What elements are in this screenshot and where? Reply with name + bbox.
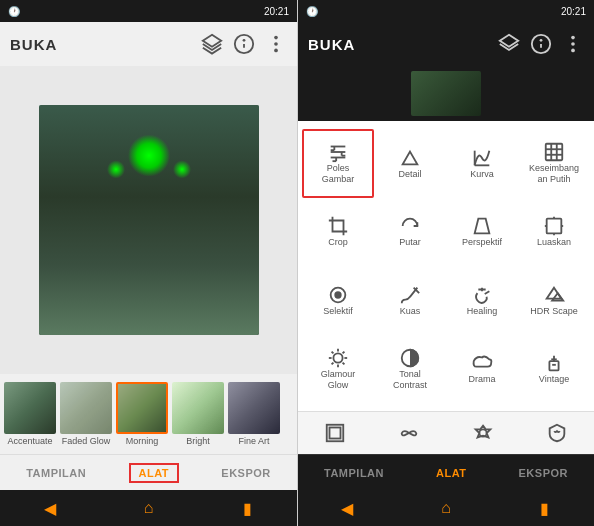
- right-status-bar: 🕐 20:21: [298, 0, 594, 22]
- layers-icon[interactable]: [201, 33, 223, 55]
- svg-line-48: [332, 352, 334, 354]
- left-time: 20:21: [264, 6, 289, 17]
- right-status-right: 20:21: [561, 6, 586, 17]
- tool-crop[interactable]: Crop: [302, 198, 374, 267]
- tool-detail[interactable]: Detail: [374, 129, 446, 198]
- left-status-left: 🕐: [8, 6, 20, 17]
- right-time: 20:21: [561, 6, 586, 17]
- left-nav-bar: ◀ ⌂ ▮: [0, 490, 297, 526]
- thumb-morning[interactable]: Morning: [116, 382, 168, 446]
- more-icon[interactable]: [265, 33, 287, 55]
- svg-point-4: [274, 36, 278, 40]
- tool-label-putar: Putar: [399, 237, 421, 248]
- tool-kurva[interactable]: Kurva: [446, 129, 518, 198]
- thumb-label-faded: Faded Glow: [62, 436, 111, 446]
- thumb-label-fineart: Fine Art: [238, 436, 269, 446]
- left-top-bar: BUKA: [0, 22, 297, 66]
- tab-ekspor-left[interactable]: EKSPOR: [211, 463, 280, 483]
- tool-label-vintage: Vintage: [539, 374, 569, 385]
- right-status-left: 🕐: [306, 6, 318, 17]
- tab-tampilan-right[interactable]: TAMPILAN: [314, 463, 394, 483]
- svg-point-43: [333, 353, 342, 362]
- tool-label-keseimbangan: Keseimbangan Putih: [529, 163, 579, 185]
- left-panel: 🕐 20:21 BUKA: [0, 0, 297, 526]
- tab-alat-right[interactable]: ALAT: [426, 463, 477, 483]
- tool-label-kurva: Kurva: [470, 169, 494, 180]
- left-recent-icon[interactable]: ▮: [236, 496, 260, 520]
- tool-label-glamour: GlamourGlow: [321, 369, 356, 391]
- left-status-bar: 🕐 20:21: [0, 0, 297, 22]
- tool-mustache[interactable]: [372, 416, 446, 450]
- svg-rect-26: [546, 144, 563, 161]
- tool-drama[interactable]: Drama: [446, 335, 518, 404]
- info-icon[interactable]: [233, 33, 255, 55]
- right-top-bar: BUKA: [298, 22, 594, 66]
- thumb-accentuate[interactable]: Accentuate: [4, 382, 56, 446]
- tripod-image: [39, 105, 259, 335]
- tool-hdr-scape[interactable]: HDR Scape: [518, 266, 590, 335]
- tab-alat-left[interactable]: ALAT: [129, 463, 180, 483]
- tool-label-hdr: HDR Scape: [530, 306, 578, 317]
- tool-luaskan[interactable]: Luaskan: [518, 198, 590, 267]
- tool-keseimbangan[interactable]: Keseimbangan Putih: [518, 129, 590, 198]
- tool-label-luaskan: Luaskan: [537, 237, 571, 248]
- left-main-image: [0, 66, 297, 374]
- thumb-fine-art[interactable]: Fine Art: [228, 382, 280, 446]
- tool-perspektif[interactable]: Perspektif: [446, 198, 518, 267]
- svg-point-12: [571, 42, 575, 46]
- tab-ekspor-right[interactable]: EKSPOR: [509, 463, 578, 483]
- tool-mask[interactable]: [520, 416, 594, 450]
- svg-point-11: [571, 36, 575, 40]
- right-preview-thumb: [411, 71, 481, 116]
- svg-point-38: [335, 292, 341, 298]
- thumb-label-morning: Morning: [126, 436, 159, 446]
- tool-label-crop: Crop: [328, 237, 348, 248]
- tool-label-perspektif: Perspektif: [462, 237, 502, 248]
- right-back-icon[interactable]: ◀: [335, 496, 359, 520]
- thumb-bright[interactable]: Bright: [172, 382, 224, 446]
- right-home-icon[interactable]: ⌂: [434, 496, 458, 520]
- tool-label-detail: Detail: [398, 169, 421, 180]
- right-top-icons: [498, 33, 584, 55]
- svg-line-51: [343, 352, 345, 354]
- left-bottom-tabs: TAMPILAN ALAT EKSPOR: [0, 454, 297, 490]
- left-back-icon[interactable]: ◀: [38, 496, 62, 520]
- tool-glamour-glow[interactable]: GlamourGlow: [302, 335, 374, 404]
- right-image-preview: [298, 66, 594, 121]
- right-more-icon[interactable]: [562, 33, 584, 55]
- left-home-icon[interactable]: ⌂: [137, 496, 161, 520]
- svg-point-13: [571, 49, 575, 53]
- tool-selektif[interactable]: Selektif: [302, 266, 374, 335]
- svg-point-6: [274, 49, 278, 53]
- svg-marker-23: [403, 151, 418, 164]
- right-recent-icon[interactable]: ▮: [533, 496, 557, 520]
- tool-tonal-contrast[interactable]: TonalContrast: [374, 335, 446, 404]
- tool-label-healing: Healing: [467, 306, 498, 317]
- right-info-icon[interactable]: [530, 33, 552, 55]
- thumb-faded-glow[interactable]: Faded Glow: [60, 382, 112, 446]
- clock-icon: 🕐: [8, 6, 20, 17]
- tool-kuas[interactable]: Kuas: [374, 266, 446, 335]
- svg-rect-32: [547, 219, 562, 234]
- svg-rect-56: [330, 428, 341, 439]
- svg-point-5: [274, 42, 278, 46]
- tab-tampilan-left[interactable]: TAMPILAN: [16, 463, 96, 483]
- thumbnails-row: Accentuate Faded Glow Morning Bright Fin…: [0, 374, 297, 454]
- image-placeholder: [39, 105, 259, 335]
- tool-healing[interactable]: Healing: [446, 266, 518, 335]
- right-nav-bar: ◀ ⌂ ▮: [298, 490, 594, 526]
- left-page-title: BUKA: [10, 36, 57, 53]
- right-clock-icon: 🕐: [306, 6, 318, 17]
- thumb-label-accentuate: Accentuate: [7, 436, 52, 446]
- tool-vintage[interactable]: Vintage: [518, 335, 590, 404]
- tool-frames[interactable]: [298, 416, 372, 450]
- thumb-img-fineart: [228, 382, 280, 434]
- tool-putar[interactable]: Putar: [374, 198, 446, 267]
- right-layers-icon[interactable]: [498, 33, 520, 55]
- thumb-img-accentuate: [4, 382, 56, 434]
- tool-texture[interactable]: [446, 416, 520, 450]
- tool-poles-gambar[interactable]: PolesGambar: [302, 129, 374, 198]
- tool-label-selektif: Selektif: [323, 306, 353, 317]
- svg-marker-31: [475, 219, 490, 234]
- thumb-label-bright: Bright: [186, 436, 210, 446]
